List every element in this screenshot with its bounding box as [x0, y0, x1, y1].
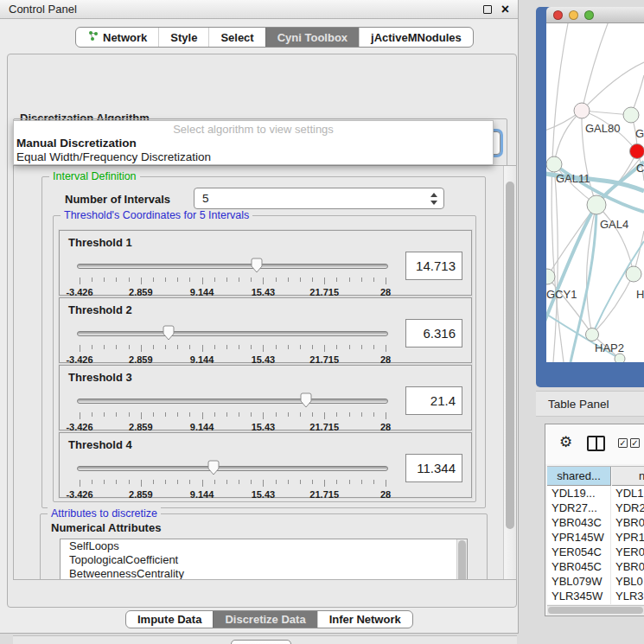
node-hap2[interactable]	[586, 328, 599, 341]
table-row[interactable]: YLR345WYLR3	[547, 589, 644, 603]
table-row[interactable]: YBR045CYBR0	[547, 559, 644, 574]
table-cell-shared-name[interactable]: YLR345W	[547, 589, 611, 603]
threshold-slider[interactable]: -3.4262.8599.14415.4321.71528	[77, 392, 388, 430]
list-scrollbar[interactable]	[456, 539, 467, 580]
table-cell-name[interactable]: YBR0	[615, 515, 644, 530]
threshold-slider[interactable]: -3.4262.8599.14415.4321.71528	[77, 257, 388, 295]
list-item[interactable]: BetweennessCentrality	[61, 567, 467, 580]
tab-style[interactable]: Style	[158, 28, 208, 47]
threshold-slider[interactable]: -3.4262.8599.14415.4321.71528	[77, 324, 388, 362]
table-cell-shared-name[interactable]: YBR043C	[547, 515, 611, 530]
cyni-toolbox-panel: Discretization Algorithm Select algorith…	[7, 54, 517, 608]
minimize-button[interactable]	[569, 10, 578, 20]
table-panel: ⚙ ✓ ✓ shared... nam YDL19...YDL1YDR27...…	[545, 424, 644, 616]
spinner-stepper-icon	[430, 192, 438, 206]
node-label: H	[636, 288, 644, 301]
table-cell-name[interactable]: YIL0	[615, 603, 644, 604]
table-cell-shared-name[interactable]: YPR145W	[547, 530, 611, 545]
scrollbar-thumb[interactable]	[506, 182, 514, 529]
slider-track[interactable]	[77, 466, 388, 471]
table-cell-shared-name[interactable]: YIL053C	[547, 603, 611, 604]
list-item[interactable]: TopologicalCoefficient	[61, 553, 467, 567]
tab-select[interactable]: Select	[208, 28, 265, 47]
scrollbar-thumb[interactable]	[458, 540, 466, 580]
table-row[interactable]: YBL079WYBL0	[547, 574, 644, 589]
node-gal80[interactable]	[574, 103, 590, 118]
table-row[interactable]: YPR145WYPR1	[547, 530, 644, 545]
threshold-value-input[interactable]: 6.316	[405, 319, 462, 348]
number-of-intervals-spinner[interactable]: 5	[194, 188, 444, 209]
horizontal-scrollbar[interactable]	[547, 605, 644, 615]
threshold-slider[interactable]: -3.4262.8599.14415.4321.71528	[77, 459, 388, 497]
dropdown-option-equal-width[interactable]: Equal Width/Frequency Discretization	[16, 150, 211, 163]
scrollbar-thumb[interactable]	[548, 607, 643, 614]
slider-thumb-icon[interactable]	[299, 392, 313, 408]
node-ga[interactable]	[623, 107, 639, 123]
node-h[interactable]	[626, 266, 641, 282]
slider-tick-labels: -3.4262.8599.14415.4321.71528	[80, 354, 386, 365]
table-cell-shared-name[interactable]: YER054C	[547, 545, 611, 559]
window-titlebar[interactable]	[546, 7, 644, 23]
slider-thumb-icon[interactable]	[207, 460, 220, 475]
table-row[interactable]: YER054CYER0	[547, 545, 644, 559]
table-cell-name[interactable]: YBR0	[615, 559, 644, 574]
table-cell-name[interactable]: YDR2	[615, 501, 644, 515]
node-selected-red[interactable]	[630, 144, 644, 159]
table-cell-name[interactable]: YPR1	[615, 530, 644, 545]
table-row[interactable]: YIL053CYIL0	[547, 603, 644, 604]
threshold-value-input[interactable]: 21.4	[405, 386, 462, 415]
tab-discretize-data[interactable]: Discretize Data	[213, 611, 316, 628]
table-header-name[interactable]: nam	[612, 467, 644, 486]
network-view-window[interactable]: GAL80 GA GAL11 C GAL4 GCY1 H HAP2	[536, 7, 644, 387]
column-view-icon[interactable]	[587, 436, 605, 451]
checkbox-icon[interactable]: ✓	[618, 438, 628, 448]
table-cell-shared-name[interactable]: YDL19...	[547, 486, 611, 501]
table-row[interactable]: YDL19...YDL1	[547, 486, 644, 501]
slider-thumb-icon[interactable]	[250, 258, 264, 273]
tab-network[interactable]: Network	[76, 28, 158, 47]
node-gal11[interactable]	[546, 156, 562, 172]
dropdown-option-manual[interactable]: Manual Discretization	[16, 137, 137, 150]
table-row[interactable]: YDR27...YDR2	[547, 501, 644, 515]
table-header-shared-name[interactable]: shared...	[547, 467, 611, 486]
table-cell-name[interactable]: YBL0	[615, 574, 644, 589]
network-canvas[interactable]: GAL80 GA GAL11 C GAL4 GCY1 H HAP2	[546, 23, 644, 362]
slider-thumb-icon[interactable]	[162, 325, 175, 341]
threshold-2-block: Threshold 2-3.4262.8599.14415.4321.71528…	[59, 297, 472, 363]
close-button[interactable]	[553, 10, 563, 20]
apply-button[interactable]: Apply	[231, 640, 291, 644]
settings-gear-icon[interactable]: ⚙	[559, 434, 572, 451]
table-cell-shared-name[interactable]: YBR045C	[547, 559, 611, 574]
table-cell-name[interactable]: YDL1	[615, 486, 644, 501]
table-row[interactable]: YBR043CYBR0	[547, 515, 644, 530]
node-bottom[interactable]	[615, 354, 625, 362]
close-icon[interactable]: ×	[501, 0, 509, 19]
float-window-icon[interactable]	[483, 5, 492, 14]
list-item[interactable]: SelfLoops	[61, 539, 467, 553]
node-gal4[interactable]	[587, 195, 606, 214]
table-cell-name[interactable]: YER0	[615, 545, 644, 559]
tab-label: Select	[220, 31, 253, 44]
zoom-button[interactable]	[584, 10, 594, 20]
slider-track[interactable]	[77, 331, 388, 336]
slider-track[interactable]	[77, 264, 388, 269]
spinner-value: 5	[202, 192, 209, 205]
tab-cyni-toolbox[interactable]: Cyni Toolbox	[265, 28, 359, 47]
tab-jactivemnodules[interactable]: jActiveMNodules	[359, 28, 473, 47]
algorithm-dropdown: Select algorithm to view settings Manual…	[13, 120, 494, 165]
table-cell-shared-name[interactable]: YBL079W	[547, 574, 611, 589]
slider-track[interactable]	[77, 399, 388, 404]
threshold-value-input[interactable]: 14.713	[405, 252, 462, 280]
checkbox-icon[interactable]: ✓	[630, 438, 640, 448]
tab-impute-data[interactable]: Impute Data	[126, 611, 213, 628]
slider-tick-labels: -3.4262.8599.14415.4321.71528	[80, 422, 386, 432]
network-icon	[87, 30, 99, 44]
threshold-label: Threshold 4	[68, 438, 132, 451]
numerical-attributes-label: Numerical Attributes	[51, 521, 161, 534]
tab-infer-network[interactable]: Infer Network	[317, 611, 412, 628]
vertical-scrollbar[interactable]	[503, 166, 516, 579]
network-graph: GAL80 GA GAL11 C GAL4 GCY1 H HAP2	[546, 23, 644, 362]
table-cell-name[interactable]: YLR3	[615, 589, 644, 603]
table-cell-shared-name[interactable]: YDR27...	[547, 501, 611, 515]
threshold-value-input[interactable]: 11.344	[405, 454, 462, 482]
